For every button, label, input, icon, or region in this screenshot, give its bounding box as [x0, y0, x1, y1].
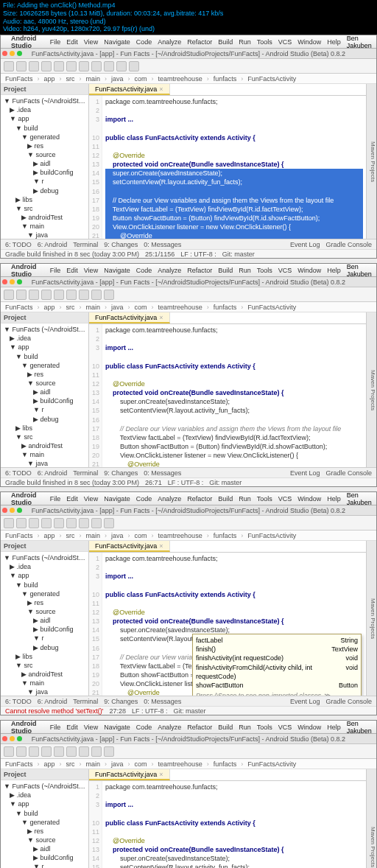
project-panel[interactable]: Project ▼ FunFacts (~/AndroidStudioProje…	[1, 84, 89, 239]
tree-node[interactable]: ▼ FunFacts (~/AndroidStudioProjects/FunF…	[2, 782, 87, 791]
code-editor[interactable]: 1231011121314151617181920212223242526272…	[89, 781, 366, 868]
tree-node[interactable]: ▶ debug	[2, 643, 87, 652]
code-editor[interactable]: 1231011121314151617181920212223242526272…	[89, 553, 366, 696]
editor-tabs[interactable]: FunFactsActivity.java×	[89, 84, 366, 96]
menu-view[interactable]: View	[84, 38, 98, 46]
tw-changes[interactable]: 9: Changes	[104, 241, 138, 248]
project-tree[interactable]: ▼ FunFacts (~/AndroidStudioProjects/FunF…	[1, 323, 88, 467]
tree-node[interactable]: ▼ source	[2, 607, 87, 616]
encoding[interactable]: LF : UTF-8 :	[180, 251, 216, 258]
menu-help[interactable]: Help	[327, 38, 341, 46]
crumb-5[interactable]: com	[135, 75, 147, 83]
tree-node[interactable]: ▼ src	[2, 204, 87, 213]
tw-todo[interactable]: 6: TODO	[5, 241, 32, 248]
toolbar-open-icon[interactable]	[4, 61, 14, 71]
tree-node[interactable]: ▶ res	[2, 141, 87, 150]
tree-node[interactable]: ▶ buildConfig	[2, 396, 87, 405]
menu-analyze[interactable]: Analyze	[158, 38, 181, 46]
side-tab-maven[interactable]: Maven Projects	[366, 84, 376, 239]
completion-item[interactable]: finish()TextView	[196, 645, 358, 654]
tree-node[interactable]: ▼ build	[2, 352, 87, 361]
tree-node[interactable]: ▶ buildConfig	[2, 168, 87, 177]
crumb-6[interactable]: teamtreehouse	[158, 75, 202, 83]
tree-node[interactable]: ▶ androidTest	[2, 670, 87, 679]
tree-node[interactable]: ▼ generated	[2, 361, 87, 370]
menu-tools[interactable]: Tools	[257, 38, 272, 46]
menu-edit[interactable]: Edit	[66, 38, 78, 46]
toolbar-debug-icon[interactable]	[104, 61, 114, 71]
menu-code[interactable]: Code	[136, 38, 152, 46]
tw-eventlog[interactable]: Event Log	[290, 241, 320, 248]
tree-node[interactable]: ▼ build	[2, 809, 87, 818]
tree-node[interactable]: ▶ debug	[2, 186, 87, 195]
tw-terminal[interactable]: Terminal	[73, 241, 98, 248]
menu-file[interactable]: File	[50, 38, 61, 46]
tree-node[interactable]: ▼ source	[2, 379, 87, 388]
tree-node[interactable]: ▶ res	[2, 827, 87, 836]
completion-item[interactable]: finishActivityFromChild(Activity child, …	[196, 663, 358, 681]
tree-node[interactable]: ▼ r	[2, 862, 87, 868]
completion-item[interactable]: factLabelString	[196, 636, 358, 645]
tree-node[interactable]: ▼ app	[2, 343, 87, 351]
code-area[interactable]: package com.teamtreehouse.funfacts; impo…	[102, 96, 366, 239]
menu-run[interactable]: Run	[239, 38, 251, 46]
macos-user[interactable]: Ben Jakuben	[347, 35, 373, 49]
menu-vcs[interactable]: VCS	[278, 38, 292, 46]
project-panel[interactable]: Project ▼ FunFacts (~/AndroidStudioProje…	[1, 312, 89, 467]
tree-node[interactable]: ▼ src	[2, 433, 87, 441]
crumb-2[interactable]: src	[66, 75, 75, 83]
tree-node[interactable]: ▶ libs	[2, 195, 87, 204]
tree-node[interactable]: ▼ main	[2, 679, 87, 687]
menu-window[interactable]: Window	[297, 38, 321, 46]
tree-node[interactable]: ▼ src	[2, 661, 87, 670]
code-editor[interactable]: 1231011121314151617181920212223242526272…	[89, 324, 366, 467]
tree-node[interactable]: ▼ generated	[2, 589, 87, 598]
tw-gradle[interactable]: Gradle Console	[325, 241, 372, 248]
window-close-icon[interactable]	[2, 51, 7, 56]
editor-tab-active[interactable]: FunFactsActivity.java×	[89, 84, 170, 95]
crumb-0[interactable]: FunFacts	[5, 75, 33, 83]
tree-node[interactable]: ▶ aidl	[2, 388, 87, 396]
code-editor[interactable]: 1231011121314151617181920212223242526272…	[89, 96, 366, 239]
tree-node[interactable]: ▶ libs	[2, 424, 87, 433]
tree-node[interactable]: ▶ res	[2, 370, 87, 379]
tree-node[interactable]: ▼ FunFacts (~/AndroidStudioProjects/FunF…	[2, 97, 87, 105]
tree-node[interactable]: ▶ aidl	[2, 616, 87, 625]
git-branch[interactable]: Git: master	[222, 251, 255, 258]
project-tree[interactable]: ▼ FunFacts (~/AndroidStudioProjects/FunF…	[1, 95, 88, 239]
tree-node[interactable]: ▶ buildConfig	[2, 853, 87, 862]
tree-node[interactable]: ▶ buildConfig	[2, 625, 87, 634]
crumb-7[interactable]: funfacts	[214, 75, 237, 83]
tree-node[interactable]: ▼ build	[2, 124, 87, 133]
completion-item[interactable]: showFactButtonButton	[196, 681, 358, 690]
tree-node[interactable]: ▼ main	[2, 222, 87, 231]
toolbar-cut-icon[interactable]	[54, 61, 64, 71]
tree-node[interactable]: ▼ java	[2, 231, 87, 239]
tab-close-icon[interactable]: ×	[159, 85, 163, 93]
breadcrumb[interactable]: FunFacts app src main java com teamtreeh…	[1, 74, 376, 84]
crumb-1[interactable]: app	[44, 75, 55, 83]
tree-node[interactable]: ▼ r	[2, 177, 87, 186]
tree-node[interactable]: ▼ app	[2, 571, 87, 580]
project-panel-header[interactable]: Project	[1, 84, 88, 95]
tree-node[interactable]: ▶ debug	[2, 415, 87, 424]
tree-node[interactable]: ▼ source	[2, 836, 87, 844]
window-min-icon[interactable]	[10, 51, 15, 56]
toolbar-sdk-icon[interactable]	[129, 61, 139, 71]
tree-node[interactable]: ▼ generated	[2, 818, 87, 827]
tree-node[interactable]: ▶ res	[2, 598, 87, 607]
tree-node[interactable]: ▼ java	[2, 687, 87, 696]
tw-android[interactable]: 6: Android	[38, 241, 68, 248]
menu-build[interactable]: Build	[218, 38, 233, 46]
tree-node[interactable]: ▶ aidl	[2, 844, 87, 853]
menu-navigate[interactable]: Navigate	[104, 38, 130, 46]
crumb-3[interactable]: main	[86, 75, 101, 83]
toolbar-avd-icon[interactable]	[116, 61, 127, 71]
tree-node[interactable]: ▶ .idea	[2, 791, 87, 799]
toolbar-save-icon[interactable]	[16, 61, 27, 71]
completion-item[interactable]: finishActivity(int requestCode)void	[196, 654, 358, 662]
menu-refactor[interactable]: Refactor	[187, 38, 212, 46]
toolbar-paste-icon[interactable]	[79, 61, 89, 71]
tree-node[interactable]: ▼ app	[2, 114, 87, 123]
tree-node[interactable]: ▼ r	[2, 634, 87, 643]
